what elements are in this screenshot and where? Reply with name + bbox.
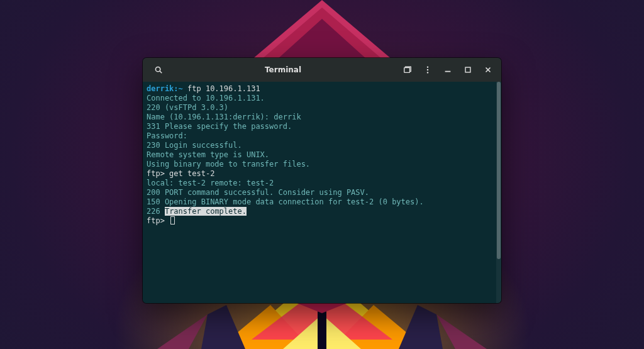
terminal-line: 150 Opening BINARY mode data connection … <box>147 197 501 207</box>
svg-point-15 <box>155 67 160 71</box>
window-titlebar[interactable]: Terminal <box>143 58 501 82</box>
window-title: Terminal <box>168 65 398 74</box>
svg-point-20 <box>427 72 428 73</box>
ftp-prompt: ftp> <box>147 216 169 225</box>
terminal-line: ftp> <box>147 216 501 226</box>
svg-rect-22 <box>465 67 470 72</box>
terminal-line: 200 PORT command successful. Consider us… <box>147 188 501 197</box>
svg-rect-17 <box>404 68 410 73</box>
terminal-line: 331 Please specify the password. <box>147 122 501 131</box>
terminal-text: 226 <box>147 207 165 216</box>
terminal-line: Connected to 10.196.1.131. <box>147 94 501 103</box>
terminal-line: 226 Transfer complete. <box>147 207 501 216</box>
svg-marker-13 <box>399 305 443 349</box>
menu-icon[interactable] <box>418 60 437 79</box>
scrollbar-track[interactable] <box>496 82 501 303</box>
maximize-button[interactable] <box>458 60 477 79</box>
scrollbar-thumb[interactable] <box>497 82 501 259</box>
terminal-line: ftp> get test-2 <box>147 169 501 179</box>
cursor-icon <box>170 216 175 224</box>
svg-point-19 <box>427 69 428 70</box>
svg-line-16 <box>160 71 162 73</box>
svg-marker-10 <box>157 314 208 349</box>
terminal-line: Using binary mode to transfer files. <box>147 160 501 169</box>
terminal-line: derrik:~ ftp 10.196.1.131 <box>147 84 501 94</box>
svg-marker-12 <box>201 305 245 349</box>
prompt-user-host: derrik:~ <box>147 84 183 93</box>
prompt-command: ftp 10.196.1.131 <box>183 84 260 93</box>
terminal-line: local: test-2 remote: test-2 <box>147 179 501 188</box>
terminal-line: Name (10.196.1.131:derrik): derrik <box>147 113 501 122</box>
selected-text: Transfer complete. <box>165 207 247 216</box>
terminal-line: 230 Login successful. <box>147 141 501 150</box>
terminal-line: Password: <box>147 131 501 141</box>
new-tab-icon[interactable] <box>398 60 417 79</box>
terminal-line: 220 (vsFTPd 3.0.3) <box>147 103 501 113</box>
search-icon[interactable] <box>149 60 168 79</box>
close-button[interactable] <box>479 60 497 79</box>
svg-marker-11 <box>436 314 487 349</box>
terminal-content[interactable]: derrik:~ ftp 10.196.1.131 Connected to 1… <box>143 82 501 303</box>
terminal-window: Terminal <box>143 58 501 303</box>
terminal-line: Remote system type is UNIX. <box>147 150 501 160</box>
minimize-button[interactable] <box>438 60 457 79</box>
svg-point-18 <box>427 66 428 67</box>
